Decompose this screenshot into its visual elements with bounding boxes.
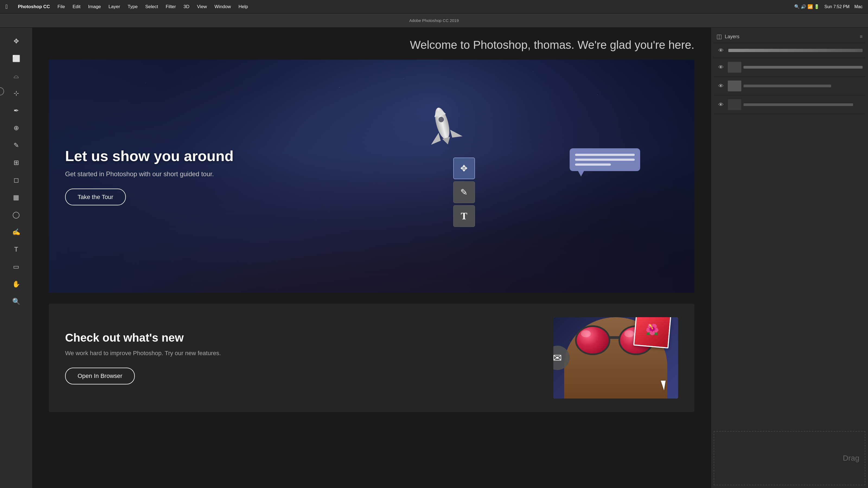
hero-subtitle: Get started in Photoshop with our short … [65, 170, 234, 177]
chat-line-3 [575, 163, 611, 166]
ps-eraser-tool-overlay[interactable]: ✎ [453, 182, 475, 203]
clone-tool-button[interactable]: ⊞ [8, 155, 24, 171]
chat-bubble [569, 148, 640, 171]
menu-bar-time: Sun 7:52 PM [824, 4, 849, 9]
move-tool-button[interactable]: ✥ [8, 33, 24, 50]
menu-3d[interactable]: 3D [183, 4, 189, 9]
text-tool-button[interactable]: T [8, 241, 24, 258]
menu-select[interactable]: Select [145, 4, 158, 9]
menu-bar:  Photoshop CC File Edit Image Layer Typ… [0, 0, 868, 13]
layer-visibility-toggle[interactable]: 👁 [716, 46, 725, 55]
layer-1-visibility-icon[interactable]: 👁 [716, 63, 725, 72]
layer-row-2[interactable]: 👁 [714, 77, 865, 95]
brush-tool-button[interactable]: ✎ [8, 137, 24, 154]
main-layout: ✥ ⬜ ⌓ ⊹ ✒ ⊕ ✎ ⊞ ◻ ▦ ◯ ✍ T ▭ ✋ 🔍 Welcome … [0, 28, 868, 488]
zoom-tool-button[interactable]: 🔍 [8, 293, 24, 310]
layer-3-thumbnail [728, 99, 741, 110]
layer-2-visibility-icon[interactable]: 👁 [716, 82, 725, 91]
welcome-message: Welcome to Photoshop, thomas. We're glad… [410, 38, 694, 51]
apple-logo-icon[interactable]:  [5, 3, 8, 10]
hero-banner: ✥ ✎ T Let us show you around Get started… [49, 60, 694, 293]
eraser-tool-icon: ✎ [460, 187, 468, 197]
gradient-tool-button[interactable]: ▦ [8, 189, 24, 205]
title-bar: Adobe Photoshop CC 2019 [0, 13, 868, 28]
menu-view[interactable]: View [197, 4, 207, 9]
second-section-subtitle: We work hard to improve Photoshop. Try o… [65, 350, 537, 357]
envelope-icon: ✉ [553, 352, 562, 364]
hero-content: Let us show you around Get started in Ph… [65, 147, 234, 205]
pen-tool-button[interactable]: ✍ [8, 224, 24, 240]
menu-bar-user: Mac [855, 4, 863, 9]
take-tour-button[interactable]: Take the Tour [65, 188, 126, 205]
dodge-tool-button[interactable]: ◯ [8, 206, 24, 223]
layer-3-visibility-icon[interactable]: 👁 [716, 100, 725, 109]
cursor-arrow-icon [661, 381, 665, 390]
chat-line-1 [575, 154, 635, 156]
cursor-overlay [661, 381, 667, 390]
menu-filter[interactable]: Filter [166, 4, 176, 9]
hand-tool-button[interactable]: ✋ [8, 276, 24, 292]
app-title: Adobe Photoshop CC 2019 [409, 18, 459, 23]
menu-image[interactable]: Image [88, 4, 101, 9]
left-sidebar: ✥ ⬜ ⌓ ⊹ ✒ ⊕ ✎ ⊞ ◻ ▦ ◯ ✍ T ▭ ✋ 🔍 [0, 28, 33, 488]
ps-text-tool-overlay[interactable]: T [453, 205, 475, 227]
ps-move-tool-overlay[interactable]: ✥ [453, 158, 475, 179]
welcome-header: Welcome to Photoshop, thomas. We're glad… [33, 28, 711, 60]
menu-photoshop[interactable]: Photoshop CC [18, 4, 50, 9]
heal-tool-button[interactable]: ⊕ [8, 120, 24, 136]
layers-panel-title: Layers [725, 34, 857, 40]
chat-line-2 [575, 159, 635, 161]
second-section-title: Check out what's new [65, 331, 537, 344]
layers-panel-icon: ◫ [716, 33, 722, 40]
hero-title: Let us show you around [65, 147, 234, 165]
menu-window[interactable]: Window [215, 4, 231, 9]
move-tool-icon: ✥ [460, 163, 468, 173]
layer-3-bar [744, 103, 853, 106]
second-section-image: 🌺 ✉ [553, 317, 678, 398]
shape-tool-button[interactable]: ▭ [8, 259, 24, 275]
layer-opacity-bar[interactable] [728, 49, 863, 52]
eraser-tool-button[interactable]: ◻ [8, 172, 24, 188]
menu-layer[interactable]: Layer [108, 4, 120, 9]
menu-edit[interactable]: Edit [73, 4, 81, 9]
layers-panel-header: ◫ Layers ≡ [714, 30, 865, 43]
layer-row-3[interactable]: 👁 [714, 95, 865, 114]
layers-options-icon[interactable]: ≡ [860, 34, 863, 40]
menu-bar-right: 🔍 🔊 📶 🔋 Sun 7:52 PM Mac [794, 4, 863, 9]
layer-2-thumbnail [728, 80, 741, 91]
eye-icon: 👁 [718, 47, 724, 54]
layer-2-bar [744, 85, 831, 87]
person-illustration: 🌺 ✉ [553, 317, 678, 398]
circle-indicator [0, 87, 4, 95]
crop-tool-button[interactable]: ⊹ [8, 85, 24, 101]
text-tool-icon: T [461, 210, 467, 222]
layer-1-bar [744, 66, 863, 69]
drag-drop-zone[interactable]: Drag [714, 431, 865, 485]
drag-label: Drag [843, 454, 859, 462]
marquee-tool-button[interactable]: ⬜ [8, 51, 24, 67]
menu-help[interactable]: Help [239, 4, 248, 9]
second-section-content: Check out what's new We work hard to imp… [65, 331, 537, 384]
photo-card-overlay: 🌺 [633, 317, 672, 348]
content-area: Welcome to Photoshop, thomas. We're glad… [33, 28, 711, 488]
right-sidebar: ◫ Layers ≡ 👁 👁 👁 👁 [711, 28, 868, 488]
second-section: Check out what's new We work hard to imp… [49, 304, 694, 412]
lasso-tool-button[interactable]: ⌓ [8, 68, 24, 84]
layers-opacity-row: 👁 [714, 46, 865, 58]
menu-type[interactable]: Type [128, 4, 138, 9]
menu-bar-left:  Photoshop CC File Edit Image Layer Typ… [5, 3, 248, 10]
menu-file[interactable]: File [58, 4, 65, 9]
eyedropper-tool-button[interactable]: ✒ [8, 102, 24, 119]
layer-1-thumbnail [728, 62, 741, 73]
ps-tools-overlay: ✥ ✎ T [453, 158, 475, 227]
layer-row-1[interactable]: 👁 [714, 58, 865, 77]
open-browser-button[interactable]: Open In Browser [65, 368, 135, 384]
menu-bar-icons: 🔍 🔊 📶 🔋 [794, 4, 819, 9]
